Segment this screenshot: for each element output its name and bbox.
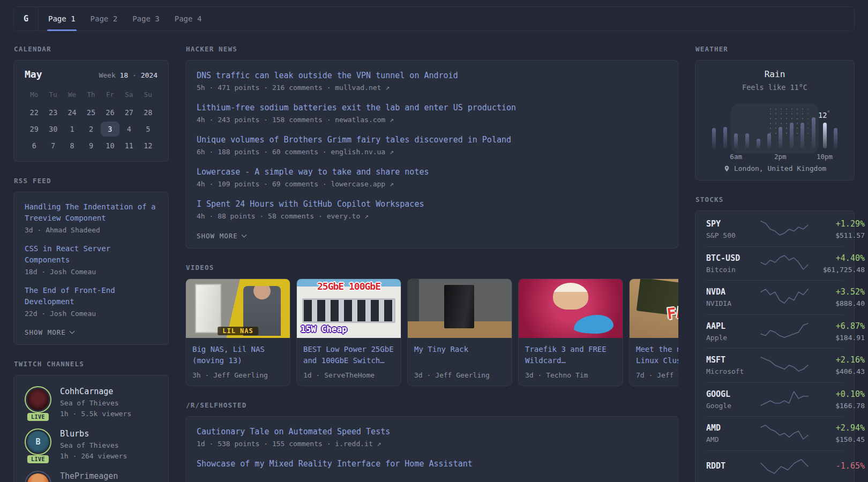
feed-item-title-link[interactable]: CSS in React Server Components — [25, 243, 158, 266]
hacker-news-section: HACKER NEWS DNS traffic can leak outside… — [185, 45, 678, 248]
calendar-day-cell: 3 — [101, 122, 119, 137]
stock-row[interactable]: NVDA NVIDIA +3.52% $888.40 — [706, 280, 843, 314]
stocks-section: STOCKS SPY S&P 500 +1.29% $511.57 BTC-US… — [695, 195, 855, 482]
calendar-day-cell: 24 — [63, 105, 81, 120]
hour-tick-label: 2pm — [774, 153, 787, 161]
feed-item-title-link[interactable]: Lowercase - A simple way to take and sha… — [197, 166, 667, 178]
stock-name: Google — [706, 402, 760, 410]
feed-item-title-link[interactable]: DNS traffic can leak outside the VPN tun… — [197, 70, 667, 81]
video-card[interactable]: Traefik 3 and FREE Wildcard… 3d · Techno… — [518, 278, 623, 386]
feed-item: The End of Front-End Development 22d · J… — [25, 285, 158, 318]
temperature-bar — [767, 133, 771, 148]
stock-symbol: BTC-USD — [706, 253, 760, 263]
stock-row[interactable]: MSFT Microsoft +2.16% $406.43 — [706, 348, 843, 382]
temperature-bar — [790, 123, 794, 148]
section-heading: TWITCH CHANNELS — [14, 360, 169, 368]
current-temperature-label: 12° — [818, 110, 830, 119]
stock-sparkline — [760, 423, 809, 443]
feed-item-title-link[interactable]: The End of Front-End Development — [25, 285, 158, 307]
video-title: Big NAS, Lil NAS (moving 13) — [192, 344, 283, 366]
calendar-day-cell: 8 — [63, 138, 81, 153]
stock-price: $184.91 — [809, 334, 865, 342]
stock-row[interactable]: SPY S&P 500 +1.29% $511.57 — [706, 212, 843, 246]
live-badge: LIVE — [27, 455, 49, 463]
stock-symbol: AMD — [706, 423, 760, 433]
feed-item-title-link[interactable]: Cautionary Tale on Automated Speed Tests — [197, 426, 667, 438]
calendar-day-cell: 29 — [25, 122, 43, 137]
video-thumbnail — [408, 279, 512, 338]
stock-row[interactable]: AMD AMD +2.94% $150.45 — [706, 416, 843, 450]
twitch-channel-row[interactable]: LIVE CohhCarnage Sea of Thieves 1h · 5.5… — [25, 386, 158, 418]
video-thumbnail: LIL NAS — [186, 279, 290, 338]
video-meta: 1d · ServeTheHome — [303, 371, 394, 379]
stock-change: +0.10% — [809, 389, 865, 399]
stock-row[interactable]: GOOGL Google +0.10% $166.78 — [706, 382, 843, 417]
page-tab[interactable]: Page 2 — [83, 7, 125, 31]
app-logo[interactable]: G — [14, 7, 39, 31]
calendar-day-cell: 23 — [43, 105, 62, 120]
twitch-channel-row[interactable]: B LIVE Blurbs Sea of Thieves 1h · 264 vi… — [25, 428, 158, 460]
temperature-bar — [757, 139, 760, 148]
stock-sparkline — [760, 355, 809, 375]
page-tab[interactable]: Page 3 — [125, 7, 167, 31]
stock-change: +3.52% — [809, 287, 865, 297]
hour-tick-label: 6am — [730, 153, 742, 161]
calendar-day-cell: 30 — [43, 122, 62, 137]
section-heading: VIDEOS — [186, 263, 678, 272]
twitch-widget: LIVE CohhCarnage Sea of Thieves 1h · 5.5… — [13, 375, 169, 482]
calendar-day-headers: MoTuWeThFrSaSu — [25, 91, 158, 99]
calendar-day-cell: 10 — [101, 138, 119, 153]
stock-row[interactable]: AAPL Apple +6.87% $184.91 — [706, 314, 843, 349]
stock-price: $61,725.48 — [809, 266, 865, 274]
avatar — [25, 386, 51, 413]
page-tab[interactable]: Page 1 — [41, 7, 83, 31]
section-heading: HACKER NEWS — [186, 45, 678, 53]
feed-item: CSS in React Server Components 18d · Jos… — [25, 243, 158, 276]
calendar-day-cell: 5 — [139, 122, 158, 137]
hn-show-more-button[interactable]: SHOW MORE — [197, 232, 246, 240]
rss-show-more-button[interactable]: SHOW MORE — [25, 328, 74, 336]
feed-item-title-link[interactable]: I Spent 24 Hours with GitHub Copilot Wor… — [197, 198, 667, 210]
feed-item-meta: 3d · Ahmad Shadeed — [25, 226, 158, 234]
video-card[interactable]: My Tiny Rack 3d · Jeff Geerling — [407, 278, 512, 386]
twitch-channel-name: ThePrimeagen — [60, 471, 118, 481]
thumbnail-text: LIL NAS — [218, 327, 258, 335]
video-meta: 3d · Jeff Geerling — [414, 371, 505, 379]
video-card[interactable]: 25GbE 100GbE15W Cheap BEST Low Power 25G… — [296, 278, 401, 386]
weather-condition: Rain — [706, 69, 843, 79]
reddit-widget: Cautionary Tale on Automated Speed Tests… — [185, 416, 678, 482]
reddit-section: /R/SELFHOSTED Cautionary Tale on Automat… — [185, 401, 678, 482]
calendar-day-cell: 11 — [119, 138, 138, 153]
stock-sparkline — [760, 287, 809, 307]
stock-name: Microsoft — [706, 367, 760, 375]
avatar — [25, 471, 51, 482]
calendar-day-cell: 2 — [81, 122, 100, 137]
stock-row[interactable]: BTC-USD Bitcoin +4.40% $61,725.48 — [706, 246, 843, 281]
right-column: WEATHER Rain Feels like 11°C 12°6am2pm10… — [695, 45, 855, 482]
avatar: B — [25, 428, 51, 455]
feed-item-title-link[interactable]: Showcase of my Mixed Reality Interface f… — [197, 458, 667, 470]
page-tab[interactable]: Page 4 — [167, 7, 209, 31]
feed-item-title-link[interactable]: Lithium-free sodium batteries exit the l… — [197, 102, 667, 114]
stock-name: NVIDIA — [706, 299, 760, 307]
video-meta: 3d · Techno Tim — [525, 371, 616, 379]
feed-item: Lowercase - A simple way to take and sha… — [197, 166, 667, 188]
stock-name: Apple — [706, 334, 760, 342]
chevron-down-icon — [241, 232, 246, 238]
video-card[interactable]: LIL NAS Big NAS, Lil NAS (moving 13) 3h … — [185, 278, 290, 386]
temperature-bar — [779, 127, 782, 148]
feed-item-title-link[interactable]: Unique volumes of Brothers Grimm fairy t… — [197, 134, 667, 146]
top-nav: G Page 1 Page 2 Page 3 Page 4 — [13, 6, 855, 31]
stock-name: Bitcoin — [706, 266, 760, 274]
stock-symbol: SPY — [706, 219, 760, 229]
video-card[interactable]: FAS Meet the new Linux Cluster… 7d · Jef… — [629, 278, 678, 386]
calendar-day-cell: 7 — [43, 138, 62, 153]
twitch-game: Sea of Thieves — [60, 441, 127, 449]
feed-item-title-link[interactable]: Handling The Indentation of a Treeview C… — [25, 201, 158, 224]
calendar-dow-label: Th — [81, 91, 100, 99]
weather-section: WEATHER Rain Feels like 11°C 12°6am2pm10… — [695, 45, 855, 180]
calendar-dow-label: We — [63, 91, 81, 99]
twitch-channel-row[interactable]: ThePrimeagen — [25, 471, 158, 482]
middle-column: HACKER NEWS DNS traffic can leak outside… — [185, 45, 678, 482]
stock-row[interactable]: RDDT -1.65% — [706, 450, 843, 482]
